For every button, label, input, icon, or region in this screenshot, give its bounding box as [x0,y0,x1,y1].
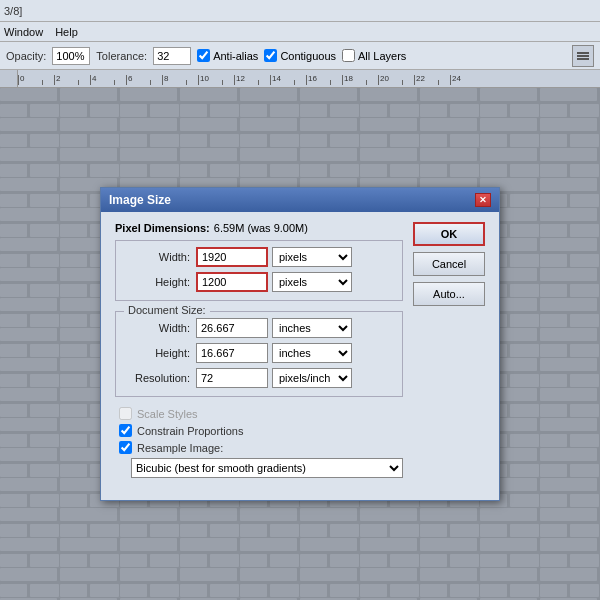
pixel-height-row: Height: pixels percent [126,272,392,292]
pixel-dimensions-value: 6.59M (was 9.00M) [214,222,308,234]
ruler-tick: 4 [90,75,114,85]
constrain-row: Constrain Proportions [115,424,403,437]
ruler-tick [42,80,54,85]
ruler-tick: 8 [162,75,186,85]
resample-row: Resample Image: [115,441,403,454]
app-window: 3/8] Window Help Opacity: Tolerance: Ant… [0,0,600,600]
tool-options-button[interactable] [572,45,594,67]
pixel-width-row: Width: pixels percent [126,247,392,267]
image-size-dialog: Image Size ✕ Pixel Dimensions: 6.59M (wa… [100,187,500,501]
ruler-tick [294,80,306,85]
ruler-tick: 22 [414,75,438,85]
auto-button[interactable]: Auto... [413,282,485,306]
ruler-tick [258,80,270,85]
pixel-height-input[interactable] [196,272,268,292]
anti-alias-group: Anti-alias [197,49,258,62]
doc-height-unit-select[interactable]: inches cm mm [272,343,352,363]
resample-label: Resample Image: [137,442,223,454]
pixel-height-label: Height: [126,276,196,288]
doc-height-label: Height: [126,347,196,359]
menu-window[interactable]: Window [4,26,43,38]
svg-rect-2 [577,58,589,60]
all-layers-label: All Layers [358,50,406,62]
dialog-left: Pixel Dimensions: 6.59M (was 9.00M) Widt… [115,222,403,478]
ruler-tick [330,80,342,85]
title-bar: 3/8] [0,0,600,22]
anti-alias-label: Anti-alias [213,50,258,62]
doc-size-legend: Document Size: [124,304,210,316]
ruler-tick: 2 [54,75,78,85]
dialog-body: Pixel Dimensions: 6.59M (was 9.00M) Widt… [101,212,499,488]
doc-height-input[interactable] [196,343,268,363]
resolution-unit-select[interactable]: pixels/inch pixels/cm [272,368,352,388]
contiguous-group: Contiguous [264,49,336,62]
ruler-tick: 0 [18,75,42,85]
dialog-titlebar: Image Size ✕ [101,188,499,212]
pixel-width-input[interactable] [196,247,268,267]
opacity-label: Opacity: [6,50,46,62]
ruler-tick: 6 [126,75,150,85]
contiguous-label: Contiguous [280,50,336,62]
menu-bar: Window Help [0,22,600,42]
ruler-tick: 20 [378,75,402,85]
doc-width-unit-select[interactable]: inches cm mm [272,318,352,338]
ruler-tick: 14 [270,75,294,85]
pixel-width-label: Width: [126,251,196,263]
ruler-tick [222,80,234,85]
constrain-checkbox[interactable] [119,424,132,437]
ruler-tick [186,80,198,85]
ruler-tick: 24 [450,75,474,85]
dialog-title: Image Size [109,193,171,207]
doc-width-input[interactable] [196,318,268,338]
ruler: 0 2 4 6 8 10 12 14 16 18 20 22 24 [0,70,600,88]
ruler-tick [150,80,162,85]
ruler-tick: 16 [306,75,330,85]
contiguous-checkbox[interactable] [264,49,277,62]
dialog-buttons: OK Cancel Auto... [413,222,485,478]
svg-rect-0 [577,52,589,54]
document-size-group: Document Size: Width: inches cm mm [115,311,403,397]
doc-width-label: Width: [126,322,196,334]
scale-styles-checkbox[interactable] [119,407,132,420]
resample-select-row: Bicubic (best for smooth gradients) Near… [115,458,403,478]
pixel-dimensions-header: Pixel Dimensions: 6.59M (was 9.00M) [115,222,403,234]
menu-help[interactable]: Help [55,26,78,38]
ruler-corner [0,70,18,88]
ok-button[interactable]: OK [413,222,485,246]
canvas-area: Image Size ✕ Pixel Dimensions: 6.59M (wa… [0,88,600,600]
tolerance-label: Tolerance: [96,50,147,62]
ruler-tick [114,80,126,85]
ruler-tick [438,80,450,85]
constrain-label: Constrain Proportions [137,425,243,437]
svg-rect-1 [577,55,589,57]
ruler-tick: 10 [198,75,222,85]
scale-styles-label: Scale Styles [137,408,198,420]
ruler-ticks: 0 2 4 6 8 10 12 14 16 18 20 22 24 [18,70,600,87]
tolerance-input[interactable] [153,47,191,65]
toolbar: Opacity: Tolerance: Anti-alias Contiguou… [0,42,600,70]
opacity-input[interactable] [52,47,90,65]
pixel-height-unit-select[interactable]: pixels percent [272,272,352,292]
all-layers-group: All Layers [342,49,406,62]
doc-width-row: Width: inches cm mm [126,318,392,338]
ruler-tick [78,80,90,85]
anti-alias-checkbox[interactable] [197,49,210,62]
resolution-input[interactable] [196,368,268,388]
pixel-width-unit-select[interactable]: pixels percent [272,247,352,267]
all-layers-checkbox[interactable] [342,49,355,62]
modal-overlay: Image Size ✕ Pixel Dimensions: 6.59M (wa… [0,88,600,600]
ruler-tick: 12 [234,75,258,85]
title-text: 3/8] [4,5,22,17]
dialog-close-button[interactable]: ✕ [475,193,491,207]
pixel-dimensions-group: Width: pixels percent Height: [115,240,403,301]
resample-checkbox[interactable] [119,441,132,454]
resolution-label: Resolution: [126,372,196,384]
doc-height-row: Height: inches cm mm [126,343,392,363]
pixel-dimensions-label: Pixel Dimensions: [115,222,210,234]
cancel-button[interactable]: Cancel [413,252,485,276]
ruler-tick [402,80,414,85]
ruler-tick [366,80,378,85]
ruler-tick: 18 [342,75,366,85]
resolution-row: Resolution: pixels/inch pixels/cm [126,368,392,388]
resample-method-select[interactable]: Bicubic (best for smooth gradients) Near… [131,458,403,478]
